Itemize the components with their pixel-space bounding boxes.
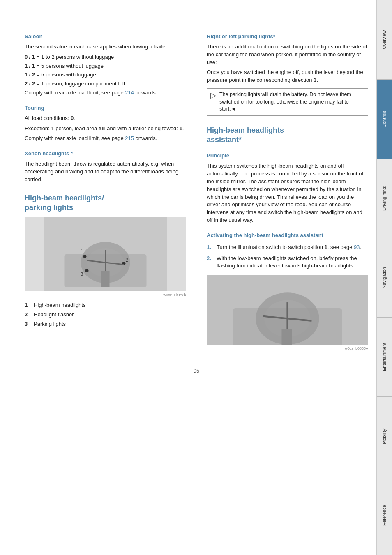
sidebar-tab-navigation[interactable]: Navigation <box>377 238 392 317</box>
activating-heading: Activating the high-beam headlights assi… <box>207 232 368 240</box>
list-item-1: 1 High-beam headlights <box>25 302 186 309</box>
saloon-key-3: 2 / 2 <box>25 81 35 87</box>
sidebar-tab-driving-hints[interactable]: Driving hints <box>377 159 392 238</box>
touring-comply: Comply with rear axle load limit, see pa… <box>25 135 186 143</box>
note-icon: ▷ <box>210 90 216 101</box>
touring-link[interactable]: 215 <box>125 135 134 141</box>
saloon-item-0: 0 / 1 = 1 to 2 persons without luggage <box>25 53 186 61</box>
headlight-image-left: 1 2 3 <box>25 217 186 291</box>
note-text: The parking lights will drain the batter… <box>219 91 364 113</box>
sidebar-tab-reference[interactable]: Reference <box>377 476 392 555</box>
principle-heading: Principle <box>207 152 368 160</box>
touring-text1: All load conditions: 0. <box>25 115 186 122</box>
saloon-key-2: 1 / 2 <box>25 71 35 78</box>
sidebar-tab-entertainment[interactable]: Entertainment <box>377 317 392 396</box>
page-number: 95 <box>25 367 368 375</box>
step1-link[interactable]: 93 <box>354 244 360 250</box>
right-column: Right or left parking lights* There is a… <box>203 33 368 355</box>
touring-text2: Exception: 1 person, load area full and … <box>25 125 186 133</box>
step-1: 1. Turn the illumination switch to switc… <box>207 244 368 251</box>
principle-text: This system switches the high-beam headl… <box>207 162 368 224</box>
parking-lights-text1: There is an additional option of switchi… <box>207 43 368 67</box>
major-heading-2: High-beam headlights assistant* <box>207 126 368 145</box>
image-left-caption: w0cz_Lk8A3k <box>25 292 186 298</box>
xenon-heading: Xenon headlights * <box>25 150 186 158</box>
parking-lights-heading: Right or left parking lights* <box>207 33 368 41</box>
xenon-text: The headlight beam throw is regulated au… <box>25 160 186 184</box>
major-heading-1: High-beam headlights/ parking lights <box>25 193 186 213</box>
saloon-item-2: 1 / 2 = 5 persons with luggage <box>25 71 186 79</box>
saloon-key-0: 0 / 1 <box>25 54 35 60</box>
svg-text:2: 2 <box>126 258 129 263</box>
svg-text:3: 3 <box>81 272 83 276</box>
sidebar-tab-mobility[interactable]: Mobility <box>377 396 392 476</box>
sidebar-tab-controls[interactable]: Controls <box>377 79 392 159</box>
svg-point-5 <box>83 255 87 258</box>
saloon-key-1: 1 / 1 <box>25 63 35 69</box>
note-box: ▷ The parking lights will drain the batt… <box>207 88 368 116</box>
headlight-image-right <box>207 275 368 345</box>
saloon-item-1: 1 / 1 = 5 persons without luggage <box>25 62 186 70</box>
left-column: Saloon The second value in each case app… <box>25 33 190 355</box>
steps-list: 1. Turn the illumination switch to switc… <box>207 244 368 270</box>
saloon-heading: Saloon <box>25 33 186 41</box>
saloon-comply: Comply with rear axle load limit, see pa… <box>25 89 186 97</box>
step-2: 2. With the low-beam headlights switched… <box>207 255 368 270</box>
svg-point-9 <box>85 269 89 272</box>
saloon-intro: The second value in each case applies wh… <box>25 43 186 51</box>
numbered-list: 1 High-beam headlights 2 Headlight flash… <box>25 302 186 328</box>
svg-text:1: 1 <box>81 249 83 253</box>
sidebar-tab-overview[interactable]: Overview <box>377 0 392 79</box>
list-item-2: 2 Headlight flasher <box>25 311 186 319</box>
saloon-link[interactable]: 214 <box>125 90 134 96</box>
saloon-item-3: 2 / 2 = 1 person, luggage compartment fu… <box>25 80 186 88</box>
right-sidebar: Overview Controls Driving hints Navigati… <box>376 0 392 555</box>
list-item-3: 3 Parking lights <box>25 320 186 328</box>
touring-heading: Touring <box>25 104 186 112</box>
parking-lights-text2: Once you have switched the engine off, p… <box>207 69 368 84</box>
image-right-caption: w0cz_L0835A <box>207 345 368 352</box>
